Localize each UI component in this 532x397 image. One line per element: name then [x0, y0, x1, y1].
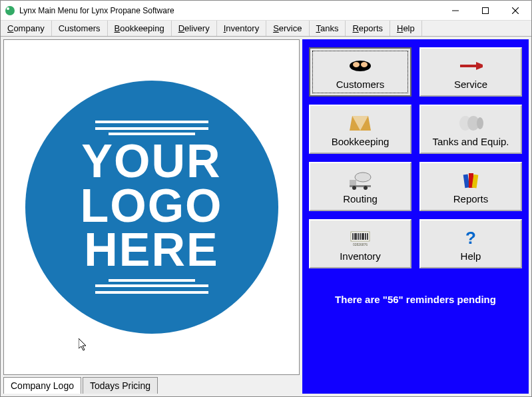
- bookkeeping-button[interactable]: Bookkeeping: [309, 105, 411, 154]
- button-label: Help: [461, 250, 481, 262]
- company-logo-placeholder: YOUR LOGO HERE: [25, 81, 278, 334]
- button-label: Service: [454, 79, 487, 90]
- svg-text:02826876: 02826876: [353, 242, 368, 246]
- title-bar: Lynx Main Menu for Lynx Propane Software: [1, 1, 531, 21]
- close-button[interactable]: [500, 1, 530, 20]
- reports-button[interactable]: Reports: [419, 162, 522, 211]
- tab-todays-pricing[interactable]: Todays Pricing: [83, 377, 158, 394]
- logo-text-1: YOUR: [80, 139, 222, 184]
- button-label: Reports: [453, 193, 489, 204]
- window-controls: [440, 1, 530, 20]
- menu-help[interactable]: Help: [390, 21, 422, 36]
- svg-point-8: [361, 62, 368, 67]
- inventory-button[interactable]: 02826876 Inventory: [309, 219, 411, 268]
- app-window: Lynx Main Menu for Lynx Propane Software…: [0, 0, 532, 397]
- menu-bar: Company Customers Bookkeeping Delivery I…: [1, 21, 531, 37]
- cursor-icon: [79, 338, 89, 352]
- menu-inventory[interactable]: Inventory: [217, 21, 267, 36]
- tab-bar: Company Logo Todays Pricing: [3, 375, 300, 394]
- svg-point-19: [364, 186, 368, 190]
- logo-panel: YOUR LOGO HERE: [3, 39, 300, 375]
- svg-text:?: ?: [465, 228, 476, 248]
- help-button[interactable]: ? Help: [419, 219, 522, 268]
- svg-point-1: [7, 7, 9, 10]
- svg-rect-20: [463, 174, 470, 188]
- minimize-button[interactable]: [440, 1, 470, 20]
- maximize-button[interactable]: [470, 1, 500, 20]
- logo-text-3: HERE: [80, 228, 222, 272]
- reminders-text: There are "56" reminders pending: [309, 294, 522, 305]
- app-icon: [5, 5, 15, 16]
- tanks-button[interactable]: Tanks and Equip.: [419, 105, 522, 154]
- handshake-icon: [347, 55, 374, 77]
- button-label: Bookkeeping: [332, 136, 390, 147]
- button-label: Tanks and Equip.: [432, 136, 509, 147]
- books-icon: [457, 169, 484, 192]
- svg-rect-16: [350, 180, 356, 185]
- button-label: Customers: [336, 79, 385, 90]
- svg-point-7: [353, 62, 360, 67]
- customers-button[interactable]: Customers: [309, 47, 411, 97]
- question-icon: ?: [457, 226, 484, 249]
- svg-point-18: [352, 186, 356, 190]
- button-label: Inventory: [340, 250, 381, 262]
- barcode-icon: 02826876: [347, 226, 374, 249]
- menu-service[interactable]: Service: [266, 21, 309, 36]
- button-label: Routing: [343, 193, 378, 204]
- truck-icon: [347, 169, 374, 192]
- logo-text-2: LOGO: [80, 184, 222, 228]
- svg-rect-9: [460, 65, 476, 67]
- svg-point-0: [5, 6, 15, 15]
- svg-rect-3: [482, 7, 488, 13]
- tank-icon: [457, 112, 484, 135]
- svg-point-14: [477, 117, 483, 129]
- button-grid: Customers Service Bookkeeping: [309, 47, 522, 268]
- menu-company[interactable]: Company: [1, 21, 52, 36]
- svg-point-15: [355, 173, 371, 182]
- content-area: YOUR LOGO HERE Company Logo Todays Prici…: [1, 37, 531, 396]
- right-pane: Customers Service Bookkeeping: [302, 39, 529, 394]
- wrench-icon: [457, 55, 484, 77]
- menu-delivery[interactable]: Delivery: [172, 21, 217, 36]
- svg-point-6: [350, 61, 371, 71]
- menu-reports[interactable]: Reports: [346, 21, 390, 36]
- service-button[interactable]: Service: [419, 47, 522, 97]
- routing-button[interactable]: Routing: [309, 162, 411, 211]
- ledger-icon: [347, 112, 374, 135]
- tab-company-logo[interactable]: Company Logo: [3, 377, 81, 394]
- menu-bookkeeping[interactable]: Bookkeeping: [108, 21, 172, 36]
- menu-tanks[interactable]: Tanks: [310, 21, 346, 36]
- window-title: Lynx Main Menu for Lynx Propane Software: [19, 6, 440, 15]
- left-pane: YOUR LOGO HERE Company Logo Todays Prici…: [3, 39, 300, 394]
- menu-customers[interactable]: Customers: [52, 21, 108, 36]
